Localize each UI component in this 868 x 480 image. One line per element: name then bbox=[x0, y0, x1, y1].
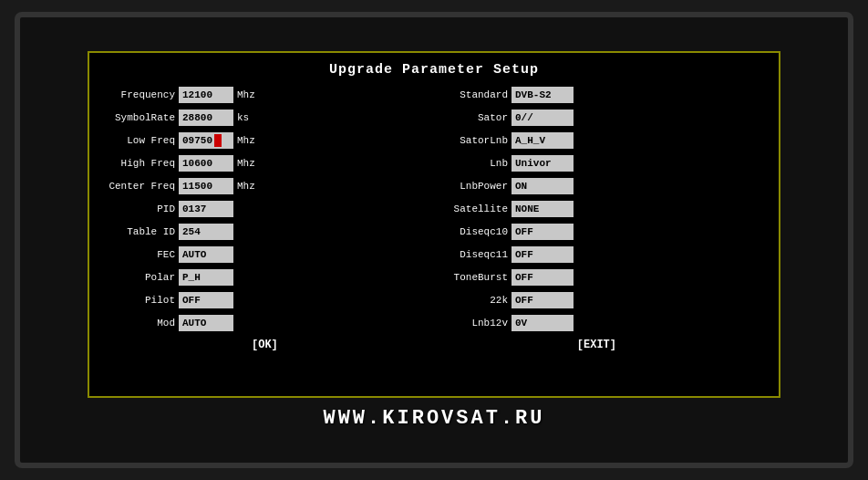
field-value[interactable]: 254 bbox=[179, 224, 233, 240]
field-value[interactable]: AUTO bbox=[179, 246, 233, 263]
field-unit: Mhz bbox=[237, 181, 255, 192]
exit-button[interactable]: [EXIT] bbox=[577, 339, 616, 351]
field-value-right[interactable]: OFF bbox=[512, 292, 574, 308]
field-unit: Mhz bbox=[237, 135, 255, 146]
field-value-right[interactable]: DVB-S2 bbox=[512, 87, 574, 103]
right-field-row: 22kOFF bbox=[439, 290, 766, 310]
field-label: Low Freq bbox=[102, 135, 175, 146]
field-value[interactable]: 10600 bbox=[179, 155, 233, 172]
field-value[interactable]: OFF bbox=[179, 292, 233, 308]
field-value-right[interactable]: OFF bbox=[512, 269, 574, 286]
field-value[interactable]: 28800 bbox=[179, 110, 233, 126]
field-label-right: 22k bbox=[439, 295, 508, 306]
field-unit: ks bbox=[237, 112, 249, 123]
field-value[interactable]: 12100 bbox=[179, 87, 233, 103]
screen-title: Upgrade Parameter Setup bbox=[102, 62, 766, 78]
field-label: Polar bbox=[102, 272, 175, 283]
field-label: Center Freq bbox=[102, 181, 175, 192]
left-column: Frequency12100MhzSymbolRate28800ksLow Fr… bbox=[102, 85, 429, 333]
field-label-right: Standard bbox=[439, 89, 508, 100]
left-field-row: ModAUTO bbox=[102, 313, 429, 333]
field-value[interactable]: P_H bbox=[179, 269, 233, 286]
right-field-row: Diseqc10OFF bbox=[439, 222, 766, 242]
field-unit: Mhz bbox=[237, 158, 255, 169]
field-label: Table ID bbox=[102, 226, 175, 237]
field-label: SymbolRate bbox=[102, 112, 175, 123]
left-field-row: High Freq10600Mhz bbox=[102, 153, 429, 173]
field-label: Mod bbox=[102, 318, 175, 329]
right-field-row: Lnb12v0V bbox=[439, 313, 766, 333]
left-field-row: FECAUTO bbox=[102, 245, 429, 265]
field-label-right: Lnb12v bbox=[439, 318, 508, 329]
left-field-row: Table ID254 bbox=[102, 222, 429, 242]
footer-row: [OK] [EXIT] bbox=[102, 339, 766, 351]
watermark: WWW.KIROVSAT.RU bbox=[323, 407, 544, 430]
field-value[interactable]: 0137 bbox=[179, 201, 233, 217]
ok-button[interactable]: [OK] bbox=[252, 339, 278, 351]
field-label-right: Satellite bbox=[439, 203, 508, 214]
field-value-right[interactable]: 0V bbox=[512, 315, 574, 331]
screen: Upgrade Parameter Setup Frequency12100Mh… bbox=[88, 51, 780, 398]
right-field-row: StandardDVB-S2 bbox=[439, 85, 766, 105]
right-field-row: SatelliteNONE bbox=[439, 199, 766, 219]
right-column: StandardDVB-S2Sator0//SatorLnbA_H_VLnbUn… bbox=[429, 85, 766, 333]
right-field-row: SatorLnbA_H_V bbox=[439, 130, 766, 151]
left-field-row: Low Freq09750Mhz bbox=[102, 130, 429, 151]
field-value-right[interactable]: 0// bbox=[512, 110, 574, 126]
field-label: High Freq bbox=[102, 158, 175, 169]
field-value-right[interactable]: OFF bbox=[512, 246, 574, 263]
left-field-row: Center Freq11500Mhz bbox=[102, 176, 429, 196]
field-label-right: Diseqc10 bbox=[439, 226, 508, 237]
field-value[interactable]: 11500 bbox=[179, 178, 233, 194]
left-field-row: Frequency12100Mhz bbox=[102, 85, 429, 105]
field-label: Pilot bbox=[102, 295, 175, 306]
field-label: PID bbox=[102, 203, 175, 214]
field-label-right: SatorLnb bbox=[439, 135, 508, 146]
field-label-right: Lnb bbox=[439, 158, 508, 169]
left-field-row: PolarP_H bbox=[102, 267, 429, 287]
field-label-right: Sator bbox=[439, 112, 508, 123]
field-value[interactable]: 09750 bbox=[179, 132, 233, 149]
right-field-row: ToneBurstOFF bbox=[439, 267, 766, 287]
field-label: Frequency bbox=[102, 89, 175, 100]
field-unit: Mhz bbox=[237, 89, 255, 100]
right-field-row: LnbPowerON bbox=[439, 176, 766, 196]
field-value-right[interactable]: NONE bbox=[512, 201, 574, 217]
field-label-right: LnbPower bbox=[439, 181, 508, 192]
left-field-row: PID0137 bbox=[102, 199, 429, 219]
field-value-right[interactable]: Univor bbox=[512, 155, 574, 172]
field-label-right: ToneBurst bbox=[439, 272, 508, 283]
field-label: FEC bbox=[102, 249, 175, 260]
field-label-right: Diseqc11 bbox=[439, 249, 508, 260]
right-field-row: Sator0// bbox=[439, 108, 766, 128]
field-value-right[interactable]: OFF bbox=[512, 224, 574, 240]
field-value-right[interactable]: ON bbox=[512, 178, 574, 194]
content: Frequency12100MhzSymbolRate28800ksLow Fr… bbox=[102, 85, 766, 333]
field-value-right[interactable]: A_H_V bbox=[512, 132, 574, 149]
left-field-row: PilotOFF bbox=[102, 290, 429, 310]
field-value[interactable]: AUTO bbox=[179, 315, 233, 331]
outer-frame: Upgrade Parameter Setup Frequency12100Mh… bbox=[15, 12, 853, 468]
right-field-row: Diseqc11OFF bbox=[439, 245, 766, 265]
right-field-row: LnbUnivor bbox=[439, 153, 766, 173]
left-field-row: SymbolRate28800ks bbox=[102, 108, 429, 128]
